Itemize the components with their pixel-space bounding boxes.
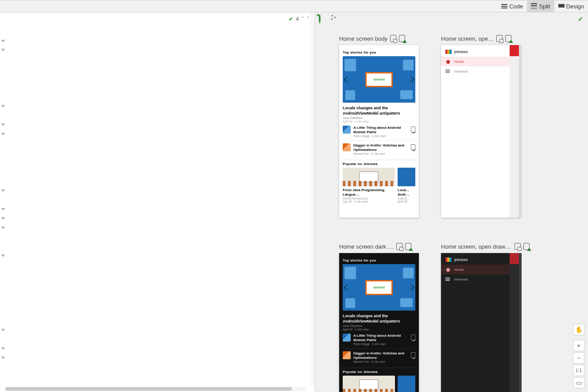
hero-meta: April 02 · 1 min read: [343, 328, 415, 331]
fold-icon[interactable]: [1, 254, 5, 258]
thumbnail: [343, 126, 351, 134]
preview-open-drawer: Home screen, ope… jetnews Home: [441, 35, 530, 229]
deploy-to-device-icon[interactable]: [396, 243, 402, 250]
zoom-controls: ✋ + − 1:1 ▭: [573, 324, 584, 388]
list-item: Dagger in Kotlin: Gotchas and Optimizati…: [343, 140, 415, 158]
run-preview-icon[interactable]: [505, 35, 511, 42]
drawer-item-label: Home: [454, 60, 464, 64]
tab-code-label: Code: [509, 3, 523, 10]
deploy-to-device-icon[interactable]: [390, 35, 396, 42]
tab-code[interactable]: Code: [497, 0, 527, 12]
fold-icon[interactable]: [1, 133, 5, 136]
preview-canvas[interactable]: jetnews Home Interests: [441, 45, 521, 218]
fold-icon[interactable]: [1, 105, 5, 108]
drawer-item-home[interactable]: Home: [441, 265, 510, 274]
horizontal-scrollbar[interactable]: [4, 387, 306, 391]
pan-button[interactable]: ✋: [573, 324, 584, 335]
zoom-out-button[interactable]: −: [573, 352, 584, 364]
fold-icon[interactable]: [1, 329, 5, 332]
list-item: A Little Thing about Android Module Path…: [343, 331, 415, 348]
run-preview-icon[interactable]: [399, 35, 405, 42]
preview-title: Home screen body: [339, 35, 387, 42]
list-icon: [445, 69, 451, 74]
list-item: A Little Thing about Android Module Path…: [343, 123, 415, 140]
preview-toolbar: ✔: [315, 12, 588, 25]
drawer-item-interests[interactable]: Interests: [441, 66, 510, 76]
thumbnail: [343, 143, 351, 151]
fold-icon[interactable]: [1, 347, 5, 351]
run-preview-icon[interactable]: [405, 243, 411, 250]
scroll-indicator: [519, 45, 522, 218]
fold-icon[interactable]: [1, 49, 5, 52]
bookmark-icon[interactable]: [411, 334, 415, 340]
hero-title: Locale changes and the AndroidViewModel …: [343, 313, 415, 324]
preview-open-drawer-dark: Home screen, open drawer dar… jetnews: [441, 242, 530, 392]
tab-split[interactable]: Split: [527, 0, 554, 12]
hero-image: android: [343, 264, 415, 311]
zoom-fit-button[interactable]: ▭: [573, 377, 584, 388]
tab-split-label: Split: [539, 3, 550, 10]
card: From Java Programming Langua…Florina Mun…: [343, 376, 395, 392]
jetnews-logo-icon: [445, 50, 452, 54]
home-icon: [445, 267, 451, 272]
code-icon: [501, 3, 507, 9]
code-pane: ✔ 4 ˄ ˅ * Full width di: [0, 12, 315, 392]
zoom-in-button[interactable]: +: [573, 340, 584, 351]
scrollbar-thumb[interactable]: [5, 387, 292, 391]
preview-title: Home screen, open drawer dar…: [441, 243, 512, 250]
preview-canvas[interactable]: jetnews Home Interests: [441, 253, 521, 392]
card: From Java Programming Langua… Florina Mu…: [343, 168, 395, 203]
preview-home-body: Home screen body Top stories for you and…: [339, 35, 428, 229]
hero-author: Jose Skeeters: [343, 116, 415, 119]
preview-pane: ✔ Home screen body Top stories for you a…: [315, 12, 588, 392]
tab-design-label: Design: [566, 3, 584, 10]
fold-icon[interactable]: [1, 357, 5, 360]
deploy-to-device-icon[interactable]: [496, 35, 503, 42]
preview-title: Home screen dark …: [339, 243, 394, 250]
list-icon: [445, 277, 451, 282]
fold-icon[interactable]: [1, 189, 5, 193]
fold-icon[interactable]: [1, 40, 5, 43]
hero-title: Locale changes and the AndroidViewModel …: [343, 105, 415, 116]
drawer-item-home[interactable]: Home: [441, 57, 510, 66]
preview-grid: Home screen body Top stories for you and…: [339, 35, 570, 392]
section-header: Popular on Jetnews: [343, 370, 415, 374]
card: Loca… Andr…Jose Al…April 02: [398, 376, 415, 392]
main-split: ✔ 4 ˄ ˅ * Full width di: [0, 12, 588, 392]
hero-author: Jose Skeeters: [343, 324, 415, 327]
editor-view-tabs: Code Split Design: [0, 0, 588, 12]
android-badge: android: [365, 280, 393, 295]
preview-home-body-dark: Home screen dark … Top stories for you a…: [339, 242, 428, 392]
home-icon: [445, 59, 451, 64]
card: Loca… Andr… Jose Al… April 02: [398, 168, 415, 203]
fold-icon[interactable]: [1, 123, 5, 127]
run-preview-icon[interactable]: [523, 243, 530, 250]
preview-settings-icon[interactable]: [330, 15, 337, 22]
drawer-item-label: Interests: [454, 69, 468, 73]
jetnews-logo-icon: [445, 257, 452, 262]
bookmark-icon[interactable]: [411, 352, 415, 357]
bookmark-icon[interactable]: [411, 144, 415, 150]
list-item: Dagger in Kotlin: Gotchas and Optimizati…: [343, 348, 415, 366]
preview-canvas[interactable]: Top stories for you android Locale chang…: [339, 253, 419, 392]
status-check-icon: ✔: [578, 15, 584, 23]
drawer-item-label: Interests: [454, 277, 468, 281]
fold-icon[interactable]: [1, 208, 5, 211]
drawer-item-interests[interactable]: Interests: [441, 274, 510, 284]
bookmark-icon[interactable]: [411, 127, 415, 132]
split-icon: [531, 3, 537, 9]
fold-icon[interactable]: [1, 217, 5, 221]
gutter: [0, 15, 6, 392]
drawer-brand: jetnews: [454, 257, 468, 262]
section-header: Top stories for you: [343, 258, 415, 262]
preview-canvas[interactable]: Top stories for you android Locale chang…: [339, 45, 419, 218]
refresh-icon[interactable]: [319, 15, 326, 22]
deploy-to-device-icon[interactable]: [514, 243, 521, 250]
code-editor[interactable]: * Full width divider with padding for [P…: [6, 12, 315, 386]
tab-design[interactable]: Design: [554, 0, 588, 12]
drawer-item-label: Home: [454, 268, 464, 272]
fold-icon[interactable]: [1, 227, 5, 230]
zoom-reset-button[interactable]: 1:1: [573, 365, 584, 376]
inspection-strip[interactable]: [310, 12, 315, 386]
section-header: Popular on Jetnews: [343, 162, 415, 166]
